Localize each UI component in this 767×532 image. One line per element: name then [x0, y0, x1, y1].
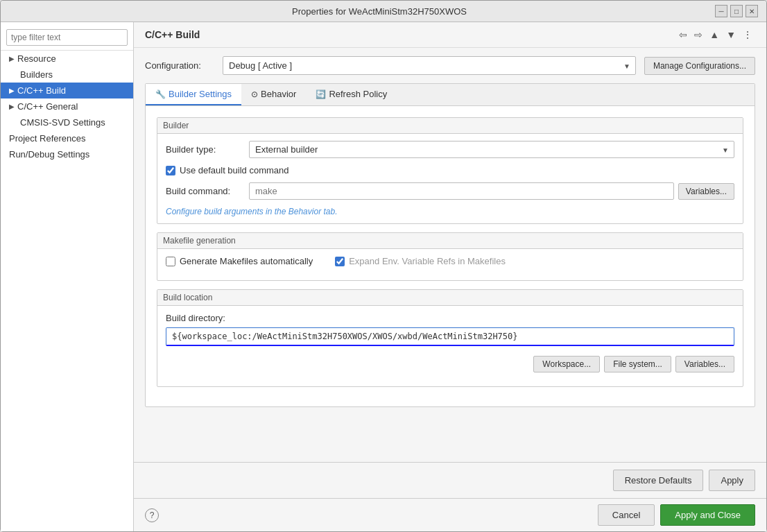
footer-bar: ? Cancel Apply and Close: [134, 498, 766, 531]
sidebar: ▶ Resource Builders ▶ C/C++ Build ▶ C/C+…: [1, 22, 134, 531]
apply-close-button[interactable]: Apply and Close: [660, 504, 755, 526]
main-panel: C/C++ Build ⇦ ⇨ ▲ ▼ ⋮ Configuration: Deb…: [134, 22, 766, 531]
footer-actions: Cancel Apply and Close: [598, 504, 755, 526]
build-command-input[interactable]: [249, 182, 674, 200]
sidebar-item-cmsis-svd[interactable]: CMSIS-SVD Settings: [1, 114, 133, 130]
sidebar-item-cpp-build[interactable]: ▶ C/C++ Build: [1, 83, 133, 98]
content-area: Configuration: Debug [ Active ] ▼ Manage…: [134, 48, 766, 462]
makefile-section-title: Makefile generation: [157, 233, 743, 249]
main-content: ▶ Resource Builders ▶ C/C++ Build ▶ C/C+…: [1, 22, 766, 531]
build-location-section: Build location Build directory: Workspac…: [157, 289, 743, 387]
sidebar-item-label: Resource: [17, 53, 56, 64]
panel-toolbar: ⇦ ⇨ ▲ ▼ ⋮: [676, 28, 755, 42]
makefile-section-body: Generate Makefiles automatically Expand …: [157, 249, 743, 280]
builder-settings-icon: 🔧: [155, 89, 166, 99]
use-default-label: Use default build command: [180, 165, 289, 175]
window-title: Properties for WeActMiniStm32H750XWOS: [44, 6, 715, 17]
builder-section-title: Builder: [157, 118, 743, 134]
sidebar-item-resource[interactable]: ▶ Resource: [1, 51, 133, 67]
manage-configurations-button[interactable]: Manage Configurations...: [644, 57, 755, 75]
chevron-icon: ▶: [9, 87, 15, 94]
filter-input[interactable]: [6, 29, 128, 46]
build-location-title: Build location: [157, 290, 743, 306]
builder-type-label: Builder type:: [166, 144, 242, 155]
panel-header: C/C++ Build ⇦ ⇨ ▲ ▼ ⋮: [134, 22, 766, 48]
nav-up-button[interactable]: ▲: [707, 28, 722, 42]
build-directory-input[interactable]: [166, 327, 734, 346]
chevron-icon: ▶: [9, 103, 15, 110]
build-variables-button[interactable]: Variables...: [678, 183, 734, 200]
build-command-row: Build command: Variables...: [166, 182, 734, 200]
tab-content-builder-settings: Builder Builder type: External builder: [146, 106, 755, 406]
generate-makefiles-checkbox[interactable]: [166, 257, 175, 266]
builder-type-select[interactable]: External builder: [249, 141, 734, 158]
configuration-select-wrap: Debug [ Active ] ▼: [223, 56, 636, 75]
nav-back-button[interactable]: ⇦: [676, 28, 690, 42]
sidebar-item-label: Run/Debug Settings: [9, 149, 89, 160]
generate-makefiles-label: Generate Makefiles automatically: [180, 256, 313, 266]
sidebar-item-builders[interactable]: Builders: [1, 67, 133, 83]
makefile-section: Makefile generation Generate Makefiles a…: [157, 232, 743, 281]
use-default-checkbox[interactable]: [166, 166, 175, 175]
tab-builder-settings[interactable]: 🔧 Builder Settings: [146, 84, 241, 105]
nav-down-button[interactable]: ▼: [723, 28, 739, 42]
configuration-select[interactable]: Debug [ Active ]: [223, 56, 636, 75]
title-bar: Properties for WeActMiniStm32H750XWOS ─ …: [1, 1, 766, 22]
sidebar-item-label: C/C++ Build: [17, 85, 66, 96]
expand-vars-label: Expand Env. Variable Refs in Makefiles: [349, 256, 506, 266]
sidebar-item-label: Builders: [20, 69, 53, 80]
build-directory-label: Build directory:: [166, 313, 242, 323]
tab-label: Builder Settings: [169, 89, 232, 99]
tab-label: Refresh Policy: [329, 89, 387, 99]
restore-button[interactable]: □: [730, 5, 743, 17]
sidebar-item-label: CMSIS-SVD Settings: [20, 117, 105, 128]
tab-refresh-policy[interactable]: 🔄 Refresh Policy: [306, 84, 397, 105]
apply-button[interactable]: Apply: [709, 470, 755, 491]
sidebar-item-run-debug[interactable]: Run/Debug Settings: [1, 146, 133, 162]
build-command-label: Build command:: [166, 186, 242, 196]
builder-section: Builder Builder type: External builder: [157, 117, 743, 224]
tab-behavior[interactable]: ⊙ Behavior: [241, 84, 306, 105]
sidebar-item-project-refs[interactable]: Project References: [1, 130, 133, 146]
refresh-icon: 🔄: [316, 89, 326, 99]
more-options-button[interactable]: ⋮: [740, 28, 755, 42]
help-button[interactable]: ?: [145, 508, 159, 522]
window-controls: ─ □ ✕: [715, 5, 758, 17]
chevron-icon: ▶: [9, 55, 15, 62]
sidebar-item-label: Project References: [9, 133, 86, 144]
bottom-bar: Restore Defaults Apply: [134, 462, 766, 498]
workspace-button[interactable]: Workspace...: [533, 356, 600, 372]
sidebar-item-cpp-general[interactable]: ▶ C/C++ General: [1, 98, 133, 114]
cancel-button[interactable]: Cancel: [598, 504, 655, 526]
builder-type-row: Builder type: External builder ▼: [166, 141, 734, 158]
expand-vars-checkbox[interactable]: [335, 257, 345, 266]
use-default-row: Use default build command: [166, 165, 734, 175]
generate-makefiles-row: Generate Makefiles automatically: [166, 256, 313, 266]
restore-defaults-button[interactable]: Restore Defaults: [613, 470, 704, 491]
directory-buttons: Workspace... File system... Variables...: [166, 356, 734, 372]
builder-type-select-wrap: External builder ▼: [249, 141, 734, 158]
tabs-header: 🔧 Builder Settings ⊙ Behavior 🔄 Refresh …: [146, 84, 755, 106]
build-hint-text: Configure build arguments in the Behavio…: [166, 207, 734, 216]
configuration-row: Configuration: Debug [ Active ] ▼ Manage…: [145, 56, 755, 75]
file-system-button[interactable]: File system...: [604, 356, 671, 372]
minimize-button[interactable]: ─: [715, 5, 727, 17]
build-location-body: Build directory: Workspace... File syste…: [157, 306, 743, 386]
variables-button[interactable]: Variables...: [675, 356, 734, 372]
configuration-label: Configuration:: [145, 60, 214, 71]
nav-forward-button[interactable]: ⇨: [691, 28, 705, 42]
build-directory-row: Build directory: Workspace... File syste…: [166, 313, 734, 372]
tab-label: Behavior: [261, 89, 296, 99]
tabs-container: 🔧 Builder Settings ⊙ Behavior 🔄 Refresh …: [145, 83, 755, 407]
build-command-input-wrap: Variables...: [249, 182, 734, 200]
behavior-icon: ⊙: [251, 89, 258, 99]
sidebar-item-label: C/C++ General: [17, 101, 78, 112]
panel-title: C/C++ Build: [145, 29, 200, 40]
main-window: Properties for WeActMiniStm32H750XWOS ─ …: [0, 0, 767, 532]
expand-vars-row: Expand Env. Variable Refs in Makefiles: [335, 256, 506, 266]
makefile-options-row: Generate Makefiles automatically Expand …: [166, 256, 734, 273]
close-button[interactable]: ✕: [746, 5, 758, 17]
builder-section-body: Builder type: External builder ▼: [157, 134, 743, 223]
filter-wrap: [1, 25, 133, 51]
